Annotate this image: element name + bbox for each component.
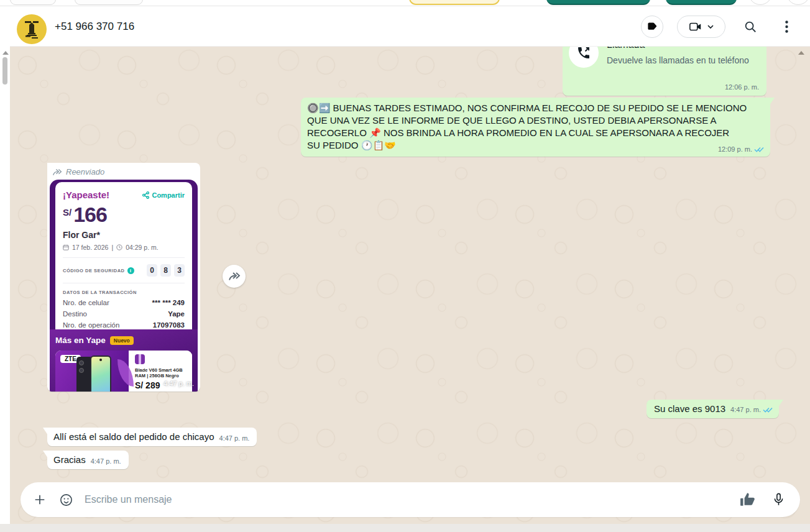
search-button[interactable] [739,16,762,38]
outgoing-message: Su clave es 9013 4:47 p. m. [647,400,779,418]
chat-scroll-up-arrow[interactable] [798,51,804,55]
scroll-up-arrow[interactable] [2,51,9,55]
scrollbar-thumb[interactable] [2,57,7,85]
share-label: Compartir [152,191,185,199]
call-subtitle: Devuelve las llamadas en tu teléfono [607,55,749,65]
row-value: 17097083 [153,321,185,329]
ad-phone-visual: ZTE [55,351,129,392]
building-avatar-art [21,19,42,40]
yape-title: ¡Yapeaste! [63,190,109,200]
incoming-message: Allí está el saldo del pedido de chicayo… [47,428,257,446]
voice-message-button[interactable] [772,492,785,507]
host-circle-button[interactable] [748,0,772,5]
digit-box: 0 [147,264,157,277]
message-time: 4:47 p. m. [163,380,194,387]
transaction-row: Destino Yape [63,310,185,318]
share-icon [142,191,149,199]
transaction-row: Nro. de operación 17097083 [63,321,185,329]
call-title: Llamada [607,47,645,50]
share-button[interactable]: Compartir [142,191,185,199]
forward-icon [228,272,241,281]
emoji-sticker-button[interactable] [59,493,73,507]
chat-header: +51 966 370 716 [10,6,810,47]
amount: 166 [73,204,107,225]
header-actions [641,6,798,47]
chevron-down-icon [707,25,714,29]
clock-icon [116,244,122,250]
currency: S/ [63,207,71,218]
message-time: 4:47 p. m. [219,434,250,442]
message-input[interactable] [85,494,740,505]
host-tab[interactable] [10,0,56,5]
row-value: *** *** 249 [152,299,185,306]
message-time: 4:47 p. m. [730,406,761,413]
transaction-data-label: DATOS DE LA TRANSACCIÓN [63,290,185,295]
message-composer [21,482,800,517]
read-receipt-icon [754,146,764,153]
yape-amount: S/ 166 [63,204,185,225]
recipient-name: Flor Gar* [63,230,185,240]
thumbs-up-button[interactable] [740,492,756,508]
message-time: 12:09 p. m. [718,145,752,153]
host-teal-button[interactable] [666,0,737,5]
digit-box: 3 [174,264,185,277]
divider [63,257,185,258]
forwarded-icon [52,168,62,176]
forwarded-row: Reenviado [50,165,198,180]
call-message: Llamada Devuelve las llamadas en tu telé… [563,47,766,96]
date: 17 feb. 2026 [72,244,108,251]
conversation-panel: Llamada Devuelve las llamadas en tu telé… [10,47,810,524]
row-label: Destino [63,310,87,318]
transaction-datetime: 17 feb. 2026 | 04:29 p. m. [63,244,185,251]
host-circle-button[interactable] [786,0,810,5]
host-toolbar-strip [0,0,810,6]
phone-front-image [90,355,111,392]
outgoing-message: 🔘➡️ BUENAS TARDES ESTIMADO, NOS CONFIRMA… [301,98,770,157]
labels-button[interactable] [641,16,663,38]
gift-icon [135,354,145,364]
security-code-label: CÓDIGO DE SEGURIDAD i [63,267,134,274]
separator: | [111,244,113,251]
message-text: Su clave es 9013 [654,403,725,414]
divider [63,283,185,283]
read-receipt-icon [763,406,773,413]
label-tag-icon [647,21,658,32]
search-icon [743,20,757,34]
host-yellow-button[interactable] [409,0,500,5]
video-call-button[interactable] [677,16,725,38]
kebab-menu-icon [785,21,788,33]
security-code-text: CÓDIGO DE SEGURIDAD [63,268,125,273]
promo-title: Más en Yape [55,336,106,345]
message-time: 4:47 p. m. [91,457,121,465]
video-camera-icon [689,22,702,32]
contact-avatar[interactable] [17,14,47,44]
bottom-strip [0,524,810,532]
incoming-message: Gracias 4:47 p. m. [47,451,129,469]
yape-receipt-body: ¡Yapeaste! Compartir S/ 166 F [55,182,192,337]
host-tab[interactable] [75,0,143,5]
transaction-row: Nro. de celular *** *** 249 [63,299,185,306]
row-label: Nro. de operación [63,321,119,329]
forwarded-yape-message: Reenviado ¡Yapeaste! Compartir [47,163,200,392]
time: 04:29 p. m. [126,244,159,251]
sticker-smiley-icon [59,493,73,507]
page-scrollbar [0,6,10,524]
row-label: Nro. de celular [63,299,109,306]
contact-name[interactable]: +51 966 370 716 [55,6,134,47]
digit-box: 8 [160,264,171,277]
plus-icon [33,493,47,507]
attach-button[interactable] [33,493,47,507]
forwarded-label: Reenviado [66,167,104,177]
row-value: Yape [168,310,185,318]
whatsapp-window: +51 966 370 716 [0,0,810,532]
message-text: 🔘➡️ BUENAS TARDES ESTIMADO, NOS CONFIRMA… [307,102,764,152]
message-text: Allí está el saldo del pedido de chicayo [53,431,214,442]
host-teal-button[interactable] [546,0,650,5]
message-time: 12:06 p. m. [725,83,759,91]
calendar-icon [63,244,69,250]
forward-message-button[interactable] [223,265,246,288]
info-icon[interactable]: i [127,267,134,274]
menu-button[interactable] [775,16,798,38]
yape-receipt-card: ¡Yapeaste! Compartir S/ 166 F [50,180,198,392]
thumbs-up-icon [740,492,756,508]
